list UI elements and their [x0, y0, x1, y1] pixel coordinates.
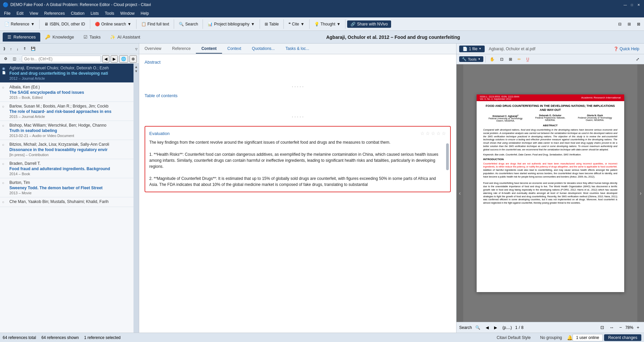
- tab-tasks-loc[interactable]: Tasks & loc...: [280, 44, 315, 54]
- zoom-out-btn[interactable]: −: [617, 324, 624, 331]
- star-4[interactable]: ☆: [436, 131, 441, 136]
- grouping-button[interactable]: No grouping: [535, 334, 567, 341]
- menu-window[interactable]: Window: [118, 10, 138, 16]
- pdf-prev-page[interactable]: ◀: [484, 325, 491, 331]
- fullpage-tool[interactable]: ⊞: [507, 56, 514, 63]
- pdf-next-page[interactable]: ▶: [492, 325, 499, 331]
- view-mode-3[interactable]: ⊠: [635, 20, 643, 28]
- tab-quotations[interactable]: Quotations...: [247, 44, 280, 54]
- view-mode-2[interactable]: ⊞: [625, 20, 633, 28]
- filter-icon[interactable]: ▿: [135, 46, 138, 52]
- title-bar: 🔵 DEMO Fake Food - A Global Problem: Ref…: [0, 0, 644, 9]
- tab-ai-assistant[interactable]: ✨ AI Assistant: [105, 32, 145, 42]
- pdf-ellipsis[interactable]: (p....): [500, 325, 514, 331]
- left-arrow[interactable]: ‹: [459, 190, 461, 196]
- star-5[interactable]: ☆: [442, 131, 446, 136]
- left-nav-btn-5[interactable]: 💾: [29, 46, 38, 52]
- citation-style-button[interactable]: Citavi Default Style: [492, 334, 535, 341]
- fit-width-btn[interactable]: ↔: [607, 324, 616, 331]
- star-2[interactable]: ☆: [426, 131, 430, 136]
- search-prev[interactable]: ◀: [102, 55, 109, 63]
- right-arrow[interactable]: ›: [640, 190, 641, 196]
- tab-tasks[interactable]: ☑ Tasks: [79, 32, 105, 42]
- pdf-filename: Agbaraji, Ochulor et al.pdf: [486, 47, 610, 51]
- bell-icon[interactable]: 🔔: [567, 335, 573, 340]
- thought-arrow: ▼: [337, 22, 341, 26]
- list-item[interactable]: ○Bitzios, Michail; Jack, Lisa; Krzyzania…: [0, 140, 133, 159]
- left-nav-btn-2[interactable]: ↑: [8, 46, 14, 52]
- menu-references[interactable]: References: [42, 10, 67, 16]
- scroll-down-arrow[interactable]: ▼: [135, 69, 138, 73]
- pdf-search-icon[interactable]: 🔍: [473, 325, 482, 331]
- maximize-button[interactable]: □: [629, 2, 635, 7]
- tab-references[interactable]: ☰ References: [3, 32, 40, 42]
- project-bibliography-button[interactable]: 📊 Project bibliography ▼: [205, 20, 258, 28]
- left-search-bar: ⚙ ◫ · ◀ ▶ 🌐 ⊕: [0, 54, 139, 64]
- tab-context[interactable]: Context: [222, 44, 247, 54]
- question-icon: ❓: [613, 47, 619, 51]
- list-item[interactable]: ○Burton, TimSweeney Todd. The demon barb…: [0, 178, 133, 197]
- view-btn[interactable]: ◫: [11, 56, 18, 62]
- stars: ☆ ☆ ☆ ☆ ☆: [420, 131, 446, 136]
- highlight-tool[interactable]: ✏: [516, 56, 523, 63]
- list-item[interactable]: ◉📄Agbaraji, Emmanuel Chuks; Ochulor, Deb…: [0, 64, 133, 83]
- tab-overview[interactable]: Overview: [139, 44, 167, 54]
- view-mode-1[interactable]: ⊟: [616, 20, 624, 28]
- tools-button[interactable]: 🔧 Tools ▼: [459, 56, 483, 62]
- thought-button[interactable]: 💡 Thought ▼: [311, 20, 344, 28]
- hand-tool[interactable]: ✋: [488, 56, 497, 63]
- menu-citation[interactable]: Citation: [68, 10, 87, 16]
- menu-edit[interactable]: Edit: [14, 10, 26, 16]
- fit-page-btn[interactable]: ⊡: [598, 324, 606, 331]
- list-item[interactable]: ○Albala, Ken (Ed.)The SAGE encyclopedia …: [0, 83, 133, 102]
- quick-help-button[interactable]: ❓ Quick Help: [611, 46, 641, 52]
- content-area: Abstract · · · · · Table of contents · ·…: [139, 54, 456, 333]
- menu-help[interactable]: Help: [138, 10, 152, 16]
- menu-lists[interactable]: Lists: [88, 10, 102, 16]
- toolbar-sep-9: [345, 19, 345, 29]
- maximize-pdf-button[interactable]: ⤢: [634, 56, 641, 63]
- left-nav-btn-4[interactable]: ⇑: [21, 46, 28, 52]
- pdf-header-info: ISSN-L: 2223-9553, ISSN: 2223-9944 Vol. …: [480, 95, 520, 100]
- status-right: Citavi Default Style No grouping 🔔 1 use…: [492, 334, 641, 341]
- project-bib-icon: 📊: [208, 22, 213, 26]
- tab-reference[interactable]: Reference: [167, 44, 196, 54]
- menu-tools[interactable]: Tools: [102, 10, 117, 16]
- zoom-in-btn[interactable]: +: [635, 324, 641, 331]
- pdf-view-toolbar: 🔧 Tools ▼ ✋ ⊡ ⊞ ✏ U̲ ⤢: [457, 54, 644, 64]
- list-item[interactable]: ○Bishop, Mac William; Werschkul, Ben; Ho…: [0, 121, 133, 140]
- underline-tool[interactable]: U̲: [524, 56, 531, 63]
- menu-view[interactable]: View: [27, 10, 41, 16]
- star-1[interactable]: ☆: [420, 131, 425, 136]
- search-next[interactable]: ▶: [111, 55, 118, 63]
- list-item[interactable]: ○Barlow, Susan M.; Boobis, Alan R.; Brid…: [0, 102, 133, 121]
- share-button[interactable]: 🔗 Share with NVivo: [347, 20, 391, 28]
- isbn-button[interactable]: 🖥 ISBN, DOI, other ID: [41, 20, 88, 28]
- recent-changes-button[interactable]: Recent changes: [604, 334, 641, 341]
- find-full-text-button[interactable]: 📋 Find full text: [138, 20, 172, 28]
- tab-knowledge[interactable]: 🔑 Knowledge: [40, 32, 78, 42]
- file-button[interactable]: 📄 1 file ▼: [459, 46, 485, 52]
- list-item[interactable]: ○Braden, Darrell T.Food fraud and adulte…: [0, 159, 133, 178]
- search-input[interactable]: [22, 56, 101, 62]
- menu-file[interactable]: File: [1, 10, 13, 16]
- search-add[interactable]: ⊕: [129, 55, 137, 63]
- user-online-button[interactable]: 1 user online: [573, 334, 603, 341]
- cite-button[interactable]: ❝ Cite ▼: [285, 20, 307, 28]
- list-item[interactable]: ○Che Man, Yaakob Bin; Mustafa, Shuhaimi;…: [0, 197, 133, 207]
- scroll-up-arrow[interactable]: ▲: [135, 65, 138, 69]
- settings-btn[interactable]: ⚙: [2, 56, 9, 62]
- minimize-button[interactable]: —: [623, 2, 628, 7]
- search-globe[interactable]: 🌐: [119, 55, 128, 63]
- left-nav-btn-3[interactable]: ↓: [15, 46, 21, 52]
- search-button[interactable]: 🔍 Search: [176, 20, 201, 28]
- ref-author: Braden, Darrell T.: [9, 161, 131, 166]
- star-3[interactable]: ☆: [431, 131, 435, 136]
- reference-button[interactable]: 📄 Reference ▼: [1, 20, 38, 28]
- online-search-button[interactable]: 🔴 Online search ▼: [92, 20, 135, 28]
- tab-content[interactable]: Content: [196, 44, 222, 54]
- close-button[interactable]: ✕: [636, 2, 641, 7]
- left-nav-btn-1[interactable]: ⟫: [1, 46, 7, 52]
- table-button[interactable]: ⊞ Table: [262, 20, 282, 28]
- select-tool[interactable]: ⊡: [498, 56, 505, 63]
